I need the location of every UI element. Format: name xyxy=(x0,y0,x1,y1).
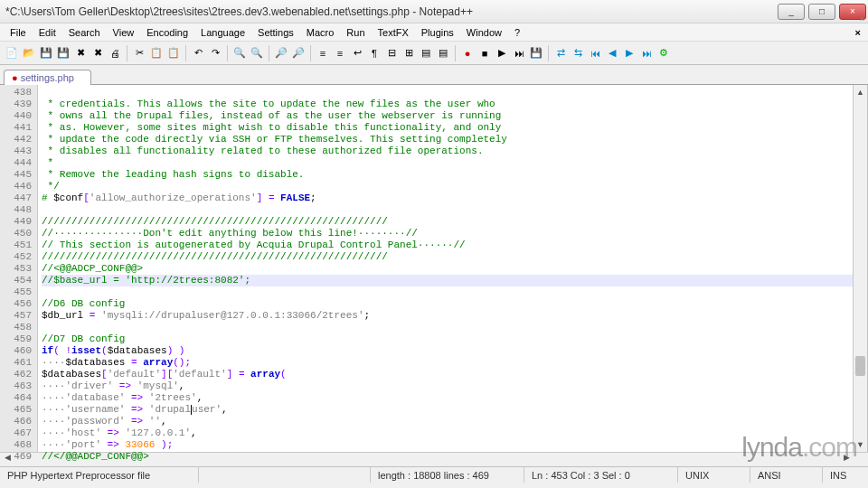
play-macro-icon[interactable]: ▶ xyxy=(494,45,510,61)
code-line: $databases['default']['default'] = array… xyxy=(42,369,287,380)
menu-search[interactable]: Search xyxy=(62,25,107,40)
undo-icon[interactable]: ↶ xyxy=(190,45,206,61)
tab-close-icon[interactable]: × xyxy=(860,14,864,23)
code-line: * owns all the Drupal files, instead of … xyxy=(42,110,501,121)
toolbar: 📄 📂 💾 💾 ✖ ✖ 🖨 ✂ 📋 📋 ↶ ↷ 🔍 🔍 🔎 🔎 ≡ ≡ ↩ ¶ … xyxy=(0,42,868,65)
clear-compare-icon[interactable]: ⇆ xyxy=(570,45,586,61)
menu-encoding[interactable]: Encoding xyxy=(140,25,194,40)
code-line: * xyxy=(42,157,53,168)
menu-help[interactable]: ? xyxy=(508,25,526,40)
menu-run[interactable]: Run xyxy=(340,25,371,40)
line-number-gutter: 438 439 440 441 442 443 444 445 446 447 … xyxy=(0,85,38,452)
options-icon[interactable]: ⚙ xyxy=(656,45,672,61)
code-line xyxy=(42,286,48,297)
code-line: if( !isset($databases) ) xyxy=(42,345,184,356)
vertical-scrollbar[interactable]: ▲ ▼ xyxy=(853,85,867,452)
status-encoding: ANSI xyxy=(750,467,823,483)
scrollbar-thumb[interactable] xyxy=(855,356,865,376)
menu-settings[interactable]: Settings xyxy=(251,25,300,40)
redo-icon[interactable]: ↷ xyxy=(207,45,223,61)
code-line: * Remove the leading hash signs to disab… xyxy=(42,169,304,180)
copy-icon[interactable]: 📋 xyxy=(148,45,165,61)
minimize-button[interactable]: _ xyxy=(778,4,805,20)
code-line: ····'database' => '2trees', xyxy=(42,392,203,403)
paste-icon[interactable]: 📋 xyxy=(165,45,182,61)
open-file-icon[interactable]: 📂 xyxy=(21,45,37,61)
nav-next-icon[interactable]: ▶ xyxy=(621,45,637,61)
show-chars-icon[interactable]: ¶ xyxy=(366,45,382,61)
save-macro-icon[interactable]: 💾 xyxy=(528,45,544,61)
code-line xyxy=(42,204,48,215)
replace-icon[interactable]: 🔍 xyxy=(249,45,265,61)
tab-label: settings.php xyxy=(21,72,74,83)
menubar: File Edit Search View Encoding Language … xyxy=(0,23,868,42)
zoom-out-icon[interactable]: 🔎 xyxy=(290,45,307,61)
code-line: //D6 DB config xyxy=(42,298,125,309)
indent-guide-icon[interactable]: ⊟ xyxy=(383,45,400,61)
menu-language[interactable]: Language xyxy=(194,25,251,40)
wrap-icon[interactable]: ↩ xyxy=(349,45,365,61)
scroll-left-icon[interactable]: ◀ xyxy=(0,453,14,466)
menu-plugins[interactable]: Plugins xyxy=(415,25,460,40)
code-line: // This section is autogenerated by Acqu… xyxy=(42,239,466,250)
cut-icon[interactable]: ✂ xyxy=(131,45,147,61)
statusbar: PHP Hypertext Preprocessor file length :… xyxy=(0,466,868,483)
sync-v-icon[interactable]: ≡ xyxy=(315,45,331,61)
code-line: ····'port' => 33066 ); xyxy=(42,439,173,450)
code-line: $db_url = 'mysqli://drupaluser@127.0.0.1… xyxy=(42,310,370,321)
scroll-down-icon[interactable]: ▼ xyxy=(854,437,867,452)
zoom-in-icon[interactable]: 🔎 xyxy=(273,45,289,61)
code-line: //···············Don't edit anything bel… xyxy=(42,228,418,239)
status-filetype: PHP Hypertext Preprocessor file xyxy=(0,467,199,483)
scroll-up-icon[interactable]: ▲ xyxy=(854,85,867,99)
nav-first-icon[interactable]: ⏮ xyxy=(587,45,603,61)
close-file-icon[interactable]: ✖ xyxy=(72,45,89,61)
code-line: * credentials. This allows the site to u… xyxy=(42,99,495,109)
save-all-icon[interactable]: 💾 xyxy=(55,45,71,61)
code-line: ····'host' => '127.0.0.1', xyxy=(42,427,197,438)
play-multi-icon[interactable]: ⏭ xyxy=(511,45,527,61)
code-line: ····$databases = array(); xyxy=(42,357,191,368)
status-length: length : 18808 lines : 469 xyxy=(371,467,524,483)
maximize-button[interactable]: □ xyxy=(808,4,835,20)
sync-h-icon[interactable]: ≡ xyxy=(332,45,348,61)
status-mode: INS xyxy=(823,467,868,483)
menubar-close-doc[interactable]: × xyxy=(849,25,868,40)
menu-edit[interactable]: Edit xyxy=(33,25,62,40)
new-file-icon[interactable]: 📄 xyxy=(4,45,20,61)
nav-prev-icon[interactable]: ◀ xyxy=(604,45,620,61)
code-line: ////////////////////////////////////////… xyxy=(42,216,388,227)
menu-textfx[interactable]: TextFX xyxy=(372,25,415,40)
code-line: * disables all functionality related to … xyxy=(42,145,483,156)
code-line: //<@@ADCP_CONF@@> xyxy=(42,263,143,274)
code-line: # $conf['allow_authorize_operations'] = … xyxy=(42,192,316,203)
close-all-icon[interactable]: ✖ xyxy=(90,45,106,61)
titlebar: *C:\Users\Tom Geller\Desktop\2trees\site… xyxy=(0,0,868,23)
menu-window[interactable]: Window xyxy=(460,25,508,40)
find-icon[interactable]: 🔍 xyxy=(231,45,248,61)
code-line: */ xyxy=(42,181,60,192)
menu-view[interactable]: View xyxy=(107,25,141,40)
editor-area: 438 439 440 441 442 443 444 445 446 447 … xyxy=(0,85,868,452)
userdef-icon[interactable]: ⊞ xyxy=(401,45,417,61)
window-title: *C:\Users\Tom Geller\Desktop\2trees\site… xyxy=(5,5,776,18)
current-line: //$base_url = 'http://2trees:8082'; xyxy=(42,275,853,286)
code-line: ····'username' => 'drupaluser', xyxy=(42,404,228,415)
func-list-icon[interactable]: ▤ xyxy=(435,45,451,61)
tab-settings-php[interactable]: ●settings.php xyxy=(4,70,91,85)
save-icon[interactable]: 💾 xyxy=(38,45,54,61)
menu-file[interactable]: File xyxy=(4,25,33,40)
record-macro-icon[interactable]: ● xyxy=(459,45,476,61)
print-icon[interactable]: 🖨 xyxy=(107,45,123,61)
toolbar-separator xyxy=(548,45,549,61)
code-line: ////////////////////////////////////////… xyxy=(42,251,388,262)
menu-macro[interactable]: Macro xyxy=(300,25,341,40)
code-line: //D7 DB config xyxy=(42,333,125,344)
compare-icon[interactable]: ⇄ xyxy=(552,45,569,61)
code-line: * as. However, some sites might wish to … xyxy=(42,122,501,133)
stop-macro-icon[interactable]: ■ xyxy=(476,45,493,61)
code-editor[interactable]: * credentials. This allows the site to u… xyxy=(38,85,853,452)
doc-map-icon[interactable]: ▤ xyxy=(418,45,434,61)
toolbar-separator xyxy=(127,45,127,61)
nav-last-icon[interactable]: ⏭ xyxy=(638,45,655,61)
